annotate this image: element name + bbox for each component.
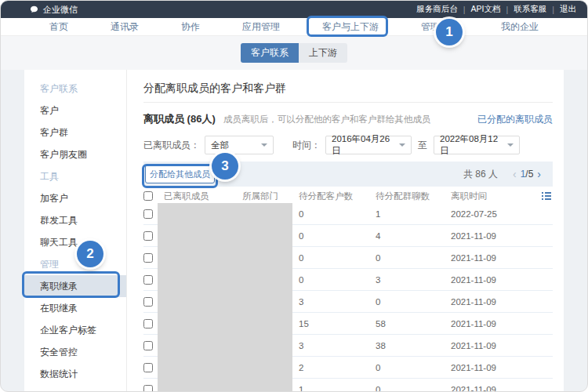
link-api-docs[interactable]: API文档: [471, 4, 501, 15]
link-logout[interactable]: 退出: [560, 4, 576, 15]
sidebar-item-data-statistics[interactable]: 数据统计: [24, 363, 126, 385]
time-filter-label: 时间：: [292, 139, 321, 152]
topbar-links: 服务商后台 | API文档 | 联系客服 | 退出: [416, 4, 576, 15]
assigned-members-link[interactable]: 已分配的离职成员: [477, 113, 553, 126]
row-checkbox[interactable]: [143, 275, 153, 285]
content-card: 客户联系 客户 客户群 客户朋友圈 工具 加客户 群发工具 聊天工具 管理 离职…: [24, 70, 564, 392]
pending-groups: 0: [376, 385, 451, 392]
resign-date: 2021-11-09: [451, 231, 529, 241]
resign-date: 2021-11-09: [451, 385, 529, 392]
nav-item-my-company[interactable]: 我的企业: [501, 20, 539, 34]
member-filter-value: 全部: [211, 140, 229, 151]
header-resign-date: 离职时间: [451, 191, 529, 202]
sidebar-item-onjob-inherit[interactable]: 在职继承: [24, 297, 126, 319]
nav-item-collaboration[interactable]: 协作: [181, 20, 200, 34]
table-toolbar: 分配给其他成员 共 86 人 ‹ 1/5 ›: [143, 162, 553, 187]
sidebar-group-management: 管理: [24, 253, 126, 275]
header-department: 所属部门: [242, 191, 299, 202]
table-body: 0 1 2022-07-25 0 4 2021-11-09 0: [143, 203, 553, 392]
row-checkbox[interactable]: [143, 341, 153, 350]
sidebar-item-add-customer[interactable]: 加客户: [24, 187, 126, 209]
resign-date: 2021-11-09: [451, 341, 529, 350]
main-nav: 首页 通讯录 协作 应用管理 客户与上下游 管理工具 我的企业: [1, 18, 587, 36]
sidebar-item-security-control[interactable]: 安全管控: [24, 341, 126, 363]
main-pane: 分配离职成员的客户和客户群 离职成员 (86人) 成员离职后，可以分配他的客户和…: [127, 70, 564, 392]
row-checkbox[interactable]: [143, 319, 153, 328]
sidebar-group-tools: 工具: [24, 165, 126, 187]
brand: 企业微信: [29, 4, 78, 16]
select-all-checkbox[interactable]: [143, 191, 153, 201]
nav-item-contacts[interactable]: 通讯录: [111, 20, 139, 34]
redacted-area: [158, 203, 292, 392]
date-from-value: 2016年04月26日: [332, 133, 394, 157]
sidebar-item-resign-inherit[interactable]: 离职继承: [24, 275, 126, 297]
row-checkbox[interactable]: [143, 363, 153, 372]
to-label: 至: [418, 139, 427, 152]
link-contact-support[interactable]: 联系客服: [514, 4, 546, 15]
member-filter-label: 已离职成员：: [143, 139, 200, 152]
tab-customer-contact[interactable]: 客户联系: [241, 43, 299, 63]
section-row: 离职成员 (86人) 成员离职后，可以分配他的客户和客户群给其他成员 已分配的离…: [143, 112, 553, 126]
row-checkbox[interactable]: [143, 209, 153, 219]
pending-customers: 15: [299, 319, 376, 328]
sidebar-item-customers[interactable]: 客户: [24, 100, 126, 122]
pending-customers: 0: [299, 209, 376, 219]
date-to-value: 2022年08月12日: [440, 133, 503, 157]
sidebar-item-customer-groups[interactable]: 客户群: [24, 122, 126, 143]
chevron-down-icon: [261, 143, 267, 147]
pending-groups: 0: [376, 253, 451, 263]
row-checkbox[interactable]: [143, 385, 153, 392]
topbar: 企业微信 服务商后台 | API文档 | 联系客服 | 退出: [1, 1, 587, 18]
separator: |: [552, 5, 554, 14]
assign-to-others-button[interactable]: 分配给其他成员: [145, 165, 215, 183]
header-member: 已离职成员: [164, 191, 242, 202]
total-count: 共 86 人: [463, 168, 498, 181]
nav-item-customers-updown[interactable]: 客户与上下游: [322, 20, 379, 34]
column-settings-icon[interactable]: [529, 191, 553, 201]
sidebar-item-customer-moments[interactable]: 客户朋友圈: [24, 143, 126, 165]
resign-date: 2021-11-09: [451, 319, 529, 328]
prev-page-arrow[interactable]: ‹: [509, 169, 521, 180]
sidebar-item-chat-tool[interactable]: 聊天工具: [24, 231, 126, 253]
pending-customers: 2: [299, 363, 376, 372]
chevron-down-icon: [399, 143, 405, 147]
pending-groups: 1: [376, 209, 451, 219]
pending-customers: 0: [299, 253, 376, 263]
next-page-arrow[interactable]: ›: [533, 169, 545, 180]
resign-date: 2021-11-09: [451, 363, 529, 372]
nav-item-home[interactable]: 首页: [49, 20, 68, 34]
chevron-down-icon: [507, 143, 514, 147]
sidebar-item-customer-tags[interactable]: 企业客户标签: [24, 319, 126, 341]
sidebar-group-customer-contact: 客户联系: [24, 78, 126, 100]
pagination: ‹ 1/5 ›: [509, 169, 545, 180]
pending-groups: 38: [376, 341, 451, 350]
header-pending-customers: 待分配客户数: [299, 191, 376, 202]
pending-customers: 0: [299, 231, 376, 241]
pending-customers: 3: [299, 297, 376, 307]
nav-item-app-management[interactable]: 应用管理: [242, 20, 280, 34]
sidebar-item-broadcast-tool[interactable]: 群发工具: [24, 209, 126, 231]
tab-updown-stream[interactable]: 上下游: [299, 43, 347, 63]
pending-groups: 3: [376, 275, 451, 285]
table-header: 已离职成员 所属部门 待分配客户数 待分配群聊数 离职时间: [143, 189, 553, 203]
row-checkbox[interactable]: [143, 297, 153, 307]
pending-groups: 4: [376, 231, 451, 241]
row-checkbox[interactable]: [143, 253, 153, 263]
tab-group: 客户联系 上下游: [241, 43, 347, 63]
sidebar-group-config: 配置: [24, 385, 126, 392]
date-to-select[interactable]: 2022年08月12日: [434, 136, 520, 154]
toolbar-right: 共 86 人 ‹ 1/5 ›: [463, 168, 545, 181]
subtab-bar: 客户联系 上下游: [1, 36, 587, 70]
pending-groups: 0: [376, 363, 451, 372]
section-desc: 成员离职后，可以分配他的客户和客户群给其他成员: [223, 114, 477, 125]
section-title: 离职成员 (86人): [143, 112, 216, 126]
nav-item-admin-tools[interactable]: 管理工具: [421, 20, 459, 34]
member-filter-select[interactable]: 全部: [205, 136, 274, 154]
resign-date: 2022-07-25: [451, 209, 529, 219]
date-from-select[interactable]: 2016年04月26日: [325, 136, 412, 154]
divider: [143, 102, 553, 103]
resign-date: 2021-11-09: [451, 275, 529, 285]
resign-date: 2021-11-09: [451, 253, 529, 263]
link-provider-console[interactable]: 服务商后台: [416, 4, 458, 15]
row-checkbox[interactable]: [143, 231, 153, 241]
